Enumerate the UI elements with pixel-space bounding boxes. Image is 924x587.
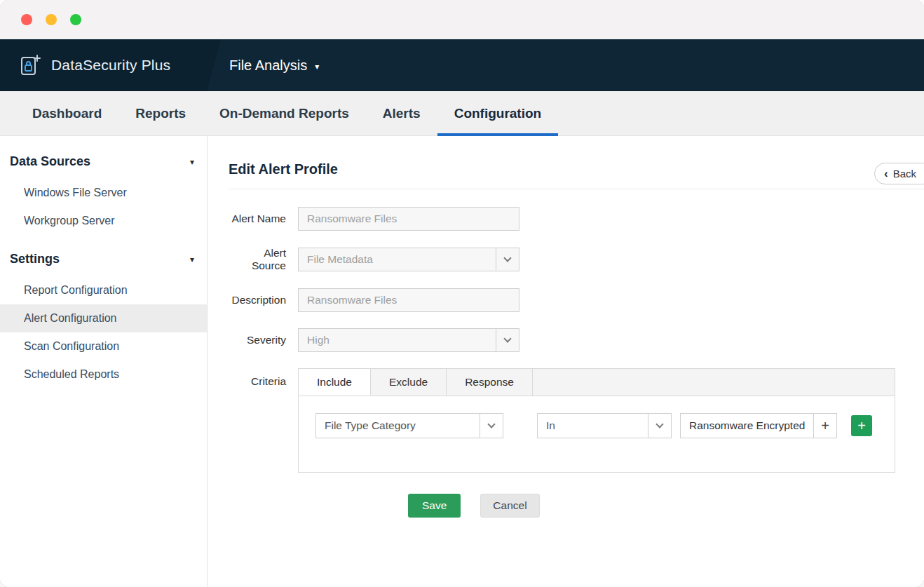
sidebar-item-workgroup-server[interactable]: Workgroup Server [0, 207, 207, 235]
description-input[interactable] [298, 288, 519, 312]
save-button[interactable]: Save [408, 494, 461, 518]
sidebar-section-header-data-sources[interactable]: Data Sources ▾ [0, 144, 207, 179]
back-button[interactable]: ‹ Back [874, 163, 924, 184]
minimize-window-button[interactable] [46, 14, 57, 25]
brand: DataSecurity Plus [0, 39, 221, 91]
criteria-condition-row: File Type Category In Ransomware Encrypt… [315, 413, 878, 438]
add-condition-button[interactable]: + [851, 415, 872, 436]
module-name: File Analysis [229, 58, 307, 74]
description-label: Description [229, 294, 286, 306]
form-row-criteria: Criteria Include Exclude Response File T… [229, 368, 924, 473]
main-panel: Edit Alert Profile ‹ Back Alert Name Ale… [208, 136, 924, 587]
form-actions: Save Cancel [408, 494, 924, 518]
nav-item-reports[interactable]: Reports [118, 91, 203, 135]
chevron-down-icon [496, 248, 519, 271]
chevron-down-icon: ▾ [315, 60, 319, 72]
sidebar-section-settings: Settings ▾ Report Configuration Alert Co… [0, 242, 207, 389]
chevron-down-icon [496, 329, 519, 351]
chevron-down-icon: ▾ [190, 255, 194, 264]
nav-item-dashboard[interactable]: Dashboard [15, 91, 118, 135]
add-value-button[interactable]: + [813, 414, 836, 438]
sidebar-item-scan-configuration[interactable]: Scan Configuration [0, 332, 207, 360]
sidebar-item-report-configuration[interactable]: Report Configuration [0, 276, 207, 304]
app-name: DataSecurity Plus [51, 57, 170, 74]
criteria-include-panel: File Type Category In Ransomware Encrypt… [299, 396, 895, 472]
sidebar-section-header-settings[interactable]: Settings ▾ [0, 242, 207, 276]
criteria-operator-select[interactable]: In [537, 413, 672, 438]
nav-item-alerts[interactable]: Alerts [366, 91, 437, 135]
alert-source-select[interactable]: File Metadata [298, 248, 519, 271]
section-title-label: Data Sources [10, 154, 90, 169]
maximize-window-button[interactable] [70, 14, 81, 25]
criteria-value-picker[interactable]: Ransomware Encrypted + [680, 413, 837, 438]
chevron-down-icon [480, 414, 503, 438]
form-row-description: Description [229, 288, 924, 312]
severity-label: Severity [229, 334, 286, 346]
criteria-operator-value: In [538, 419, 648, 432]
module-switcher[interactable]: File Analysis ▾ [229, 58, 319, 74]
cancel-button[interactable]: Cancel [480, 494, 539, 518]
tab-include[interactable]: Include [299, 369, 371, 396]
nav-item-configuration[interactable]: Configuration [437, 91, 559, 135]
sidebar-item-alert-configuration[interactable]: Alert Configuration [0, 304, 207, 332]
content-area: Data Sources ▾ Windows File Server Workg… [0, 136, 924, 587]
chevron-left-icon: ‹ [884, 168, 888, 180]
tab-response[interactable]: Response [447, 369, 533, 396]
criteria-label: Criteria [229, 375, 286, 388]
form-row-severity: Severity High [229, 328, 924, 352]
criteria-tabs: Include Exclude Response [299, 369, 895, 396]
form-row-alert-source: Alert Source File Metadata [229, 247, 924, 272]
criteria-value: Ransomware Encrypted [681, 419, 813, 432]
page-title: Edit Alert Profile [229, 161, 924, 177]
chevron-down-icon [648, 414, 671, 438]
tab-exclude[interactable]: Exclude [371, 369, 447, 396]
main-nav: Dashboard Reports On-Demand Reports Aler… [0, 91, 924, 136]
app-window: DataSecurity Plus File Analysis ▾ Dashbo… [0, 0, 924, 587]
sidebar: Data Sources ▾ Windows File Server Workg… [0, 136, 208, 587]
sidebar-section-data-sources: Data Sources ▾ Windows File Server Workg… [0, 144, 207, 235]
app-logo-icon [20, 53, 42, 77]
criteria-field-select[interactable]: File Type Category [315, 413, 503, 438]
app-header: DataSecurity Plus File Analysis ▾ [0, 39, 924, 91]
severity-select[interactable]: High [298, 328, 519, 352]
section-title-label: Settings [10, 252, 60, 266]
criteria-field-value: File Type Category [316, 419, 480, 432]
alert-source-label: Alert Source [229, 247, 286, 272]
alert-source-value: File Metadata [299, 253, 496, 266]
page-header: Edit Alert Profile [229, 136, 924, 189]
nav-item-on-demand-reports[interactable]: On-Demand Reports [203, 91, 366, 135]
form-row-alert-name: Alert Name [229, 207, 924, 231]
alert-profile-form: Alert Name Alert Source File Metadata De… [229, 207, 924, 518]
sidebar-item-windows-file-server[interactable]: Windows File Server [0, 179, 207, 207]
window-titlebar [0, 0, 924, 39]
criteria-panel: Include Exclude Response File Type Categ… [298, 368, 895, 473]
alert-name-input[interactable] [298, 207, 519, 231]
alert-name-label: Alert Name [229, 212, 286, 225]
sidebar-item-scheduled-reports[interactable]: Scheduled Reports [0, 360, 207, 389]
close-window-button[interactable] [21, 14, 32, 25]
severity-value: High [299, 334, 496, 346]
back-button-label: Back [893, 168, 916, 180]
chevron-down-icon: ▾ [190, 157, 194, 167]
plus-icon: + [857, 416, 866, 436]
